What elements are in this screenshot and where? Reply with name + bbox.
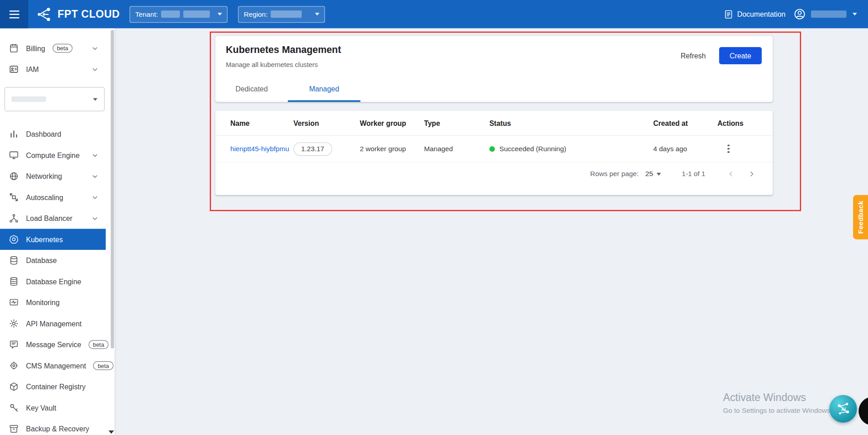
database-engine-icon <box>9 277 19 287</box>
sidebar-item-label: Database Engine <box>26 277 81 286</box>
kubernetes-header-card: Kubernetes Management Manage all kuberne… <box>215 36 773 102</box>
watermark-line2: Go to Settings to activate Windows <box>723 406 830 414</box>
sidebar-item-backup-recovery[interactable]: Backup & Recovery <box>0 418 106 435</box>
sidebar-item-label: Backup & Recovery <box>26 425 90 433</box>
chevron-down-icon <box>656 172 661 175</box>
rows-per-page-select[interactable]: 25 <box>645 170 661 178</box>
feedback-label: Feedback <box>857 201 864 234</box>
previous-page-button[interactable] <box>723 166 738 182</box>
sidebar-item-load-balancer[interactable]: Load Balancer <box>0 208 106 229</box>
hamburger-icon <box>9 10 19 11</box>
documentation-label: Documentation <box>737 10 786 18</box>
backup-recovery-icon <box>9 424 19 434</box>
sidebar-item-cms-management[interactable]: CMS Management beta <box>0 355 106 377</box>
column-header-name: Name <box>230 119 294 127</box>
status-text: Succeeded (Running) <box>499 145 566 153</box>
tenant-redacted-value <box>161 10 180 18</box>
table-header-row: Name Version Worker group Type Status Cr… <box>215 111 773 136</box>
message-service-icon <box>9 339 19 349</box>
topbar: FPT CLOUD Tenant: Region: Documentation <box>0 0 868 28</box>
chevron-down-icon <box>218 13 222 15</box>
sidebar-item-autoscaling[interactable]: Autoscaling <box>0 186 106 208</box>
column-header-created-at: Created at <box>653 119 717 127</box>
pagination-range: 1-1 of 1 <box>682 170 705 178</box>
page-subtitle: Manage all kubernetes clusters <box>226 61 341 69</box>
sidebar-item-networking[interactable]: Networking <box>0 166 106 187</box>
windows-activation-watermark: Activate Windows Go to Settings to activ… <box>723 392 830 414</box>
key-vault-icon <box>9 403 19 413</box>
brand-logo: FPT CLOUD <box>36 6 120 23</box>
tab-managed[interactable]: Managed <box>288 76 360 102</box>
tenant-selector[interactable]: Tenant: <box>130 6 228 23</box>
fpt-cloud-logo-icon <box>36 6 53 23</box>
sidebar-item-message-service[interactable]: Message Service beta <box>0 334 106 355</box>
scrollbar-thumb[interactable] <box>111 30 114 349</box>
autoscaling-icon <box>9 192 19 202</box>
chevron-down-icon <box>91 214 99 222</box>
sidebar-item-billing[interactable]: Billing beta <box>0 38 106 59</box>
cluster-name-link[interactable]: hienptt45-hiybfpmu <box>230 145 289 153</box>
sidebar-item-database-engine[interactable]: Database Engine <box>0 271 106 292</box>
type-cell: Managed <box>424 145 489 153</box>
project-selector[interactable] <box>5 87 105 111</box>
sidebar-item-monitoring[interactable]: Monitoring <box>0 292 106 313</box>
svg-text:AI: AI <box>841 407 846 412</box>
edge-dark-circle-button[interactable] <box>859 397 868 425</box>
sidebar-item-label: Message Service <box>26 340 81 349</box>
sidebar-item-container-registry[interactable]: Container Registry <box>0 376 106 397</box>
scroll-down-arrow-icon[interactable] <box>109 430 114 434</box>
project-redacted-value <box>12 96 46 102</box>
dashboard-icon <box>9 129 19 139</box>
sidebar-item-label: Monitoring <box>26 298 60 306</box>
sidebar-item-label: Container Registry <box>26 382 86 391</box>
user-avatar-icon[interactable] <box>793 8 806 20</box>
account-menu-chevron-icon[interactable] <box>853 13 857 15</box>
sidebar-item-key-vault[interactable]: Key Vault <box>0 397 106 419</box>
kubernetes-icon <box>9 234 19 244</box>
tab-dedicated[interactable]: Dedicated <box>215 76 288 102</box>
beta-badge: beta <box>52 44 73 53</box>
worker-group-cell: 2 worker group <box>360 145 424 153</box>
sidebar-item-label: Autoscaling <box>26 193 63 201</box>
chevron-down-icon <box>91 151 99 159</box>
page-title: Kubernetes Management <box>226 44 341 56</box>
create-button[interactable]: Create <box>719 47 762 64</box>
row-actions-kebab-button[interactable] <box>721 141 736 156</box>
billing-icon <box>9 43 19 53</box>
watermark-line1: Activate Windows <box>723 392 830 404</box>
sidebar-item-label: Key Vault <box>26 404 57 412</box>
documentation-link[interactable]: Documentation <box>723 9 786 19</box>
column-header-version: Version <box>294 119 360 127</box>
region-redacted-value <box>271 10 302 18</box>
sidebar-item-iam[interactable]: IAM <box>0 59 106 80</box>
created-at-cell: 4 days ago <box>653 145 717 153</box>
region-selector[interactable]: Region: <box>238 6 325 23</box>
api-management-icon <box>9 319 19 329</box>
sidebar-item-label: Kubernetes <box>26 235 63 244</box>
feedback-tab[interactable]: Feedback <box>853 195 868 239</box>
compute-engine-icon <box>9 150 19 160</box>
sidebar-item-compute-engine[interactable]: Compute Engine <box>0 144 106 166</box>
sidebar: Billing beta IAM Dashboard <box>0 28 114 435</box>
sidebar-scrollbar[interactable] <box>111 30 114 432</box>
sidebar-item-kubernetes[interactable]: Kubernetes <box>0 229 106 250</box>
refresh-button[interactable]: Refresh <box>676 48 710 63</box>
sidebar-item-label: API Management <box>26 320 82 328</box>
rows-per-page-value: 25 <box>645 170 653 178</box>
chevron-down-icon <box>91 172 99 180</box>
ai-assistant-button[interactable]: AI <box>829 395 857 423</box>
sidebar-item-api-management[interactable]: API Management <box>0 313 106 335</box>
status-cell: Succeeded (Running) <box>489 145 653 153</box>
hamburger-menu-button[interactable] <box>0 0 28 28</box>
cluster-type-tabs: Dedicated Managed <box>215 76 360 102</box>
sidebar-item-database[interactable]: Database <box>0 250 106 271</box>
chevron-down-icon <box>91 44 99 52</box>
sidebar-item-label: Billing <box>26 44 45 52</box>
version-chip: 1.23.17 <box>294 142 332 155</box>
tenant-label: Tenant: <box>135 10 158 18</box>
column-header-status: Status <box>489 119 653 127</box>
next-page-button[interactable] <box>744 166 759 182</box>
column-header-type: Type <box>424 119 489 127</box>
chevron-down-icon <box>93 98 98 100</box>
sidebar-item-dashboard[interactable]: Dashboard <box>0 124 106 145</box>
